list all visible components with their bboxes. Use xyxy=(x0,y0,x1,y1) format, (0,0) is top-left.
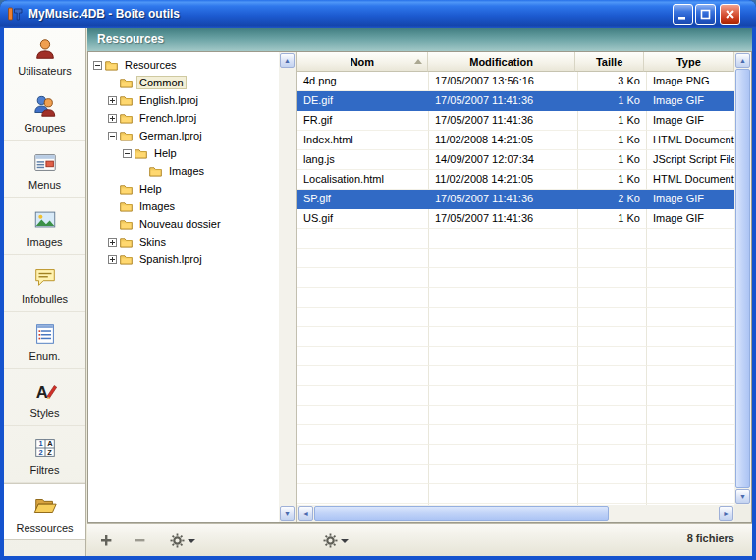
table-row-localisation-html[interactable]: Localisation.html11/02/2008 14:21:051 Ko… xyxy=(297,170,734,190)
column-header-label: Nom xyxy=(351,56,374,68)
table-row-us-gif[interactable]: US.gif17/05/2007 11:41:361 KoImage GIF xyxy=(297,209,734,229)
table-row-index-html[interactable]: Index.html11/02/2008 14:21:051 KoHTML Do… xyxy=(297,131,734,150)
tree-item-english-lproj[interactable]: English.lproj xyxy=(88,91,279,109)
cell-taille: 1 Ko xyxy=(578,131,647,150)
tree-expander-icon[interactable] xyxy=(108,255,120,264)
sidebar-item-images[interactable]: Images xyxy=(4,198,85,255)
tree-scrollbar[interactable]: ▲ ▼ xyxy=(279,52,296,522)
empty-cell xyxy=(429,229,578,249)
table-row-de-gif[interactable]: DE.gif17/05/2007 11:41:361 KoImage GIF xyxy=(297,91,734,111)
tree-item-images[interactable]: Images xyxy=(88,197,279,215)
tree-item-resources[interactable]: Resources xyxy=(88,56,279,74)
table-empty-row xyxy=(297,347,734,366)
sidebar-item-label: Utilisateurs xyxy=(18,65,71,77)
actions-menu-right-button[interactable] xyxy=(323,532,349,549)
tree-item-nouveau-dossier[interactable]: Nouveau dossier xyxy=(88,215,279,233)
sidebar-item-utilisateurs[interactable]: Utilisateurs xyxy=(4,28,85,84)
sidebar-item-label: Images xyxy=(27,236,62,248)
column-header-taille[interactable]: Taille xyxy=(575,52,643,72)
minimize-button[interactable] xyxy=(673,4,693,25)
scroll-down-icon[interactable]: ▼ xyxy=(735,489,750,504)
empty-cell xyxy=(578,366,647,386)
empty-cell xyxy=(578,445,647,465)
folder-tree: ResourcesCommonEnglish.lprojFrench.lproj… xyxy=(88,52,279,522)
empty-cell xyxy=(429,308,578,327)
scroll-left-icon[interactable]: ◄ xyxy=(298,506,313,521)
tree-item-label: German.lproj xyxy=(136,129,205,142)
title-bar[interactable]: MyMusic.4DB - Boîte outils xyxy=(0,0,756,28)
folder-icon xyxy=(120,254,133,265)
svg-text:A: A xyxy=(47,439,53,448)
table-empty-row xyxy=(297,268,734,288)
tree-item-german-lproj[interactable]: German.lproj xyxy=(88,127,279,144)
tree-item-skins[interactable]: Skins xyxy=(88,233,279,251)
tooltip-icon xyxy=(32,262,58,292)
tree-expander-icon[interactable] xyxy=(123,149,135,158)
tree-item-spanish-lproj[interactable]: Spanish.lproj xyxy=(88,251,279,268)
maximize-button[interactable] xyxy=(695,4,716,25)
table-vertical-scrollbar[interactable]: ▲ ▼ xyxy=(734,52,751,505)
table-row-4d-png[interactable]: 4d.png17/05/2007 13:56:163 KoImage PNG xyxy=(297,72,734,91)
tree-item-french-lproj[interactable]: French.lproj xyxy=(88,109,279,127)
folder-icon xyxy=(120,113,133,124)
tree-expander-icon[interactable] xyxy=(93,61,105,70)
folder-icon xyxy=(120,219,133,230)
sort-ascending-icon xyxy=(414,59,422,64)
tree-expander-icon[interactable] xyxy=(108,96,120,105)
cell-nom: DE.gif xyxy=(297,91,429,111)
empty-cell xyxy=(429,327,578,347)
svg-text:2: 2 xyxy=(38,448,42,457)
folder-tree-panel: ResourcesCommonEnglish.lprojFrench.lproj… xyxy=(88,52,297,522)
tree-item-help[interactable]: Help xyxy=(88,180,279,197)
empty-cell xyxy=(578,268,647,288)
scrollbar-thumb[interactable] xyxy=(314,506,609,521)
empty-cell xyxy=(647,484,734,504)
cell-modification: 17/05/2007 11:41:36 xyxy=(429,111,578,131)
cell-taille: 1 Ko xyxy=(578,150,647,170)
tree-expander-icon[interactable] xyxy=(108,238,120,247)
remove-button[interactable] xyxy=(133,532,146,549)
table-body: 4d.png17/05/2007 13:56:163 KoImage PNGDE… xyxy=(297,72,734,505)
table-row-lang-js[interactable]: lang.js14/09/2007 12:07:341 KoJScript Sc… xyxy=(297,150,734,170)
sidebar-item-menus[interactable]: Menus xyxy=(4,141,85,198)
scrollbar-thumb[interactable] xyxy=(735,69,750,488)
sidebar-item-enum[interactable]: Enum. xyxy=(4,312,85,369)
actions-menu-left-button[interactable] xyxy=(170,532,195,549)
column-header-type[interactable]: Type xyxy=(644,52,734,72)
table-empty-row xyxy=(297,425,734,445)
svg-text:Z: Z xyxy=(47,448,52,457)
tree-item-label: Help xyxy=(136,182,165,196)
sidebar-item-ressources[interactable]: Ressources xyxy=(4,483,85,540)
add-button[interactable] xyxy=(99,532,113,549)
app-icon xyxy=(7,6,23,22)
sidebar-item-label: Groupes xyxy=(24,122,65,134)
sidebar-item-filtres[interactable]: 1A2ZFiltres xyxy=(4,426,85,483)
tree-item-common[interactable]: Common xyxy=(88,74,279,91)
tree-item-images[interactable]: Images xyxy=(88,162,279,180)
sidebar-item-infobulles[interactable]: Infobulles xyxy=(4,255,85,312)
empty-cell xyxy=(429,386,578,406)
tree-expander-icon[interactable] xyxy=(108,132,120,140)
sidebar-item-groupes[interactable]: Groupes xyxy=(4,84,85,141)
folder-icon xyxy=(105,60,118,71)
empty-cell xyxy=(578,229,647,249)
cell-modification: 17/05/2007 11:41:36 xyxy=(429,190,578,209)
scroll-up-icon[interactable]: ▲ xyxy=(735,53,750,68)
cell-nom: Index.html xyxy=(297,131,429,150)
table-horizontal-scrollbar[interactable]: ◄ ► xyxy=(297,505,734,522)
tree-item-label: Nouveau dossier xyxy=(136,217,224,231)
folder-icon xyxy=(120,201,133,212)
scroll-up-icon[interactable]: ▲ xyxy=(280,53,295,68)
column-header-modification[interactable]: Modification xyxy=(428,52,576,72)
sidebar-item-styles[interactable]: AStyles xyxy=(4,369,85,426)
empty-cell xyxy=(647,445,734,465)
column-header-nom[interactable]: Nom xyxy=(297,52,428,72)
table-row-sp-gif[interactable]: SP.gif17/05/2007 11:41:362 KoImage GIF xyxy=(297,190,734,209)
cell-type: Image GIF xyxy=(647,190,734,209)
tree-item-help[interactable]: Help xyxy=(88,144,279,162)
scroll-right-icon[interactable]: ► xyxy=(719,506,733,521)
scroll-down-icon[interactable]: ▼ xyxy=(280,506,295,521)
close-button[interactable] xyxy=(720,4,740,25)
table-row-fr-gif[interactable]: FR.gif17/05/2007 11:41:361 KoImage GIF xyxy=(297,111,734,131)
tree-expander-icon[interactable] xyxy=(108,114,120,123)
